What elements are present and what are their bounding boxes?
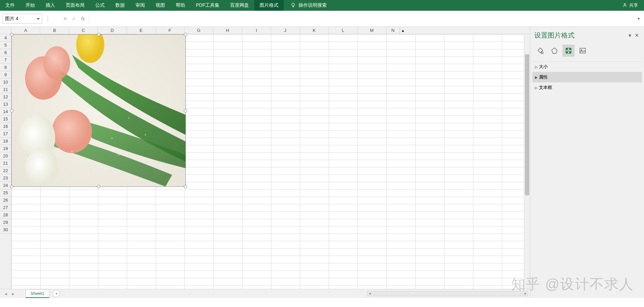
row-header[interactable]: 19 bbox=[0, 145, 11, 152]
add-sheet-button[interactable]: ＋ bbox=[53, 290, 60, 297]
column-header[interactable]: G bbox=[184, 27, 213, 34]
select-all-corner[interactable] bbox=[0, 27, 11, 34]
section-textbox[interactable]: ▷ 文本框 bbox=[532, 82, 642, 93]
svg-point-1 bbox=[624, 3, 626, 5]
row-header[interactable]: 17 bbox=[0, 130, 11, 138]
formula-expand-button[interactable]: ▾ bbox=[635, 16, 642, 21]
row-header[interactable]: 11 bbox=[0, 86, 11, 93]
formula-menu-button[interactable]: ⋮ bbox=[44, 14, 51, 23]
column-header[interactable]: A bbox=[11, 27, 40, 34]
svg-point-13 bbox=[128, 117, 129, 119]
column-header[interactable]: M bbox=[358, 27, 386, 34]
row-header[interactable]: 6 bbox=[0, 49, 11, 56]
pane-options-button[interactable]: ▾ bbox=[627, 32, 633, 39]
pane-tab-size-properties[interactable] bbox=[562, 45, 575, 57]
sheet-tab-bar: ◂ ▸ Sheet1 ＋ ◂ ▸ bbox=[0, 289, 530, 298]
inserted-picture[interactable] bbox=[11, 34, 186, 187]
section-size[interactable]: ▷ 大小 bbox=[532, 61, 642, 72]
column-header[interactable]: J bbox=[271, 27, 300, 34]
ribbon-tab-pdf-tools[interactable]: PDF工具集 bbox=[191, 0, 225, 11]
row-header[interactable]: 7 bbox=[0, 56, 11, 64]
column-header[interactable]: B bbox=[40, 27, 69, 34]
resize-handle-left[interactable] bbox=[10, 109, 13, 112]
pane-tab-effects[interactable] bbox=[548, 45, 560, 57]
hscroll-left-button[interactable]: ◂ bbox=[367, 291, 372, 296]
row-header[interactable]: 14 bbox=[0, 108, 11, 115]
formula-confirm-button[interactable]: ✓ bbox=[70, 14, 77, 23]
row-header[interactable]: 12 bbox=[0, 93, 11, 101]
column-header[interactable]: F bbox=[156, 27, 184, 34]
row-header[interactable]: 30 bbox=[0, 226, 11, 234]
row-header[interactable]: 28 bbox=[0, 211, 11, 219]
ribbon-tab-picture-format[interactable]: 图片格式 bbox=[254, 0, 284, 11]
pane-title: 设置图片格式 bbox=[534, 31, 627, 40]
row-header[interactable]: 22 bbox=[0, 167, 11, 174]
ribbon-tab-insert[interactable]: 插入 bbox=[40, 0, 60, 11]
row-header[interactable]: 27 bbox=[0, 204, 11, 211]
sheet-tab[interactable]: Sheet1 bbox=[25, 289, 49, 298]
row-header[interactable]: 18 bbox=[0, 138, 11, 145]
row-header[interactable]: 4 bbox=[0, 34, 11, 42]
row-header[interactable]: 15 bbox=[0, 115, 11, 123]
scroll-up-button[interactable]: ▴ bbox=[400, 27, 406, 34]
column-header[interactable]: K bbox=[300, 27, 329, 34]
column-header[interactable]: N bbox=[386, 27, 400, 34]
ribbon-tab-page-layout[interactable]: 页面布局 bbox=[60, 0, 90, 11]
fx-icon[interactable]: fx bbox=[79, 16, 87, 21]
row-header[interactable]: 16 bbox=[0, 123, 11, 130]
row-header[interactable]: 24 bbox=[0, 182, 11, 189]
ribbon-tab-review[interactable]: 审阅 bbox=[130, 0, 150, 11]
row-header[interactable]: 20 bbox=[0, 152, 11, 160]
ribbon-tab-data[interactable]: 数据 bbox=[110, 0, 130, 11]
share-button[interactable]: 共享 bbox=[623, 2, 638, 8]
resize-handle-top-left[interactable] bbox=[10, 33, 13, 36]
horizontal-scrollbar[interactable] bbox=[374, 291, 521, 296]
column-header[interactable]: H bbox=[213, 27, 242, 34]
share-label: 共享 bbox=[629, 2, 638, 8]
vertical-scroll-thumb[interactable] bbox=[525, 54, 529, 195]
column-header[interactable]: E bbox=[127, 27, 156, 34]
ribbon-tab-file[interactable]: 文件 bbox=[0, 0, 20, 11]
row-header[interactable]: 9 bbox=[0, 71, 11, 79]
row-header[interactable]: 23 bbox=[0, 174, 11, 182]
row-header[interactable]: 25 bbox=[0, 189, 11, 197]
column-header[interactable]: C bbox=[69, 27, 98, 34]
ribbon-tab-view[interactable]: 视图 bbox=[150, 0, 170, 11]
row-header[interactable]: 10 bbox=[0, 79, 11, 86]
paint-bucket-icon bbox=[537, 47, 544, 54]
pane-close-button[interactable]: ✕ bbox=[633, 32, 640, 39]
tell-me-label: 操作说明搜索 bbox=[299, 2, 327, 8]
column-header[interactable]: L bbox=[329, 27, 358, 34]
row-header[interactable]: 26 bbox=[0, 197, 11, 204]
hscroll-right-button[interactable]: ▸ bbox=[523, 291, 528, 296]
formula-input[interactable] bbox=[89, 14, 633, 24]
sheet-nav-next[interactable]: ▸ bbox=[10, 291, 16, 296]
resize-handle-bottom[interactable] bbox=[97, 185, 100, 188]
row-header[interactable]: 13 bbox=[0, 101, 11, 108]
row-header[interactable]: 5 bbox=[0, 42, 11, 49]
resize-handle-right[interactable] bbox=[184, 109, 187, 112]
vertical-scrollbar[interactable] bbox=[524, 34, 530, 289]
resize-handle-bottom-right[interactable] bbox=[184, 185, 187, 188]
sheet-nav-prev[interactable]: ◂ bbox=[3, 291, 9, 296]
resize-handle-top-right[interactable] bbox=[184, 33, 187, 36]
ribbon-tab-baidu-netdisk[interactable]: 百度网盘 bbox=[225, 0, 254, 11]
column-header[interactable]: D bbox=[98, 27, 127, 34]
ribbon-tab-home[interactable]: 开始 bbox=[20, 0, 40, 11]
formula-cancel-button[interactable]: ✕ bbox=[62, 14, 68, 23]
row-header[interactable]: 29 bbox=[0, 219, 11, 226]
section-properties[interactable]: ▶ 属性 bbox=[532, 72, 642, 82]
column-header[interactable]: I bbox=[242, 27, 271, 34]
pane-tab-fill[interactable] bbox=[534, 45, 546, 57]
ribbon-tab-formulas[interactable]: 公式 bbox=[90, 0, 110, 11]
tell-me-search[interactable]: 操作说明搜索 bbox=[290, 2, 327, 9]
chevron-right-icon: ▷ bbox=[535, 65, 539, 69]
pane-tab-picture[interactable] bbox=[577, 45, 589, 57]
name-box[interactable]: 图片 4 bbox=[2, 14, 42, 24]
row-header[interactable]: 8 bbox=[0, 64, 11, 71]
ribbon-tab-help[interactable]: 帮助 bbox=[170, 0, 191, 11]
resize-handle-bottom-left[interactable] bbox=[10, 185, 13, 188]
cell-grid[interactable] bbox=[11, 34, 524, 289]
resize-handle-top[interactable] bbox=[97, 33, 100, 36]
row-header[interactable]: 21 bbox=[0, 160, 11, 167]
